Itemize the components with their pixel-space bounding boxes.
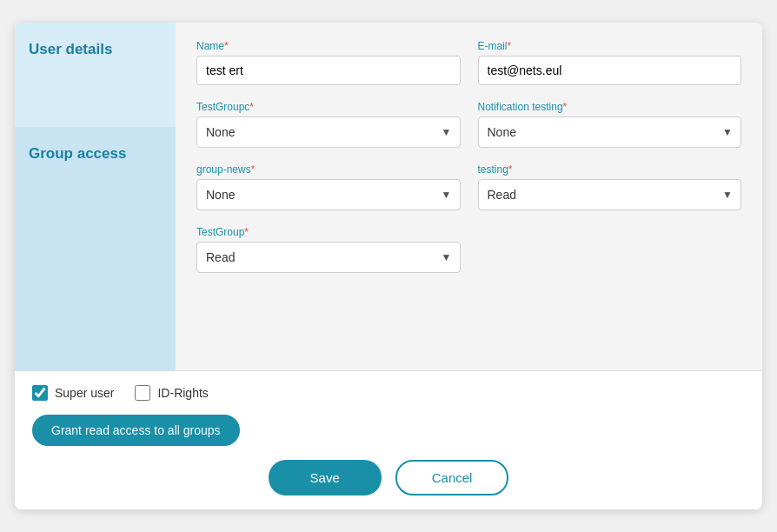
- testgroupc-group: TestGroupc* None Read Write Admin ▼: [196, 101, 461, 148]
- testgroup-group: TestGroup* None Read Write Admin ▼: [196, 226, 461, 273]
- grant-access-button[interactable]: Grant read access to all groups: [32, 415, 240, 446]
- notification-testing-select-wrapper: None Read Write Admin ▼: [478, 116, 742, 148]
- name-required: *: [224, 40, 229, 52]
- email-input[interactable]: [478, 56, 742, 85]
- testgroup-label: TestGroup*: [196, 226, 461, 238]
- sidebar-user-details: User details: [15, 23, 176, 127]
- super-user-label: Super user: [55, 386, 114, 400]
- testing-select-wrapper: None Read Write Admin ▼: [478, 179, 742, 210]
- id-rights-checkbox-item[interactable]: ID-Rights: [135, 385, 208, 401]
- testgroupc-select-wrapper: None Read Write Admin ▼: [196, 116, 461, 148]
- testing-group: testing* None Read Write Admin ▼: [478, 163, 742, 210]
- name-group: Name*: [196, 40, 461, 85]
- group-news-select[interactable]: None Read Write Admin: [196, 179, 461, 210]
- grant-btn-row: Grant read access to all groups: [32, 415, 745, 460]
- sidebar-group-access: Group access: [15, 127, 176, 370]
- sidebar: User details Group access: [15, 23, 176, 370]
- checkbox-row: Super user ID-Rights: [32, 385, 745, 401]
- email-required: *: [508, 40, 512, 52]
- user-details-label: User details: [29, 41, 112, 57]
- save-button[interactable]: Save: [269, 460, 382, 495]
- notification-testing-label: Notification testing*: [478, 101, 742, 113]
- testing-select[interactable]: None Read Write Admin: [478, 179, 742, 210]
- modal-container: User details Group access Name* E-mail*: [15, 23, 762, 509]
- notification-testing-select[interactable]: None Read Write Admin: [478, 116, 742, 148]
- id-rights-label: ID-Rights: [157, 386, 208, 400]
- name-input[interactable]: [196, 56, 461, 85]
- name-label: Name*: [196, 40, 461, 52]
- testing-label: testing*: [478, 163, 742, 176]
- testgroup-select[interactable]: None Read Write Admin: [196, 242, 461, 273]
- user-details-row: Name* E-mail*: [196, 40, 741, 85]
- form-content: Name* E-mail* TestGroupc* N: [176, 23, 762, 370]
- group-news-group: group-news* None Read Write Admin ▼: [196, 163, 461, 210]
- bottom-area: Super user ID-Rights Grant read access t…: [15, 371, 762, 509]
- action-row: Save Cancel: [32, 460, 745, 495]
- form-area: User details Group access Name* E-mail*: [15, 23, 762, 370]
- testgroupc-label: TestGroupc*: [196, 101, 461, 113]
- testgroup-select-wrapper: None Read Write Admin ▼: [196, 242, 461, 273]
- group-row-3: TestGroup* None Read Write Admin ▼: [196, 226, 741, 273]
- email-label: E-mail*: [478, 40, 742, 52]
- notification-testing-group: Notification testing* None Read Write Ad…: [478, 101, 742, 148]
- email-group: E-mail*: [478, 40, 742, 85]
- group-row-2: group-news* None Read Write Admin ▼ test…: [196, 163, 741, 210]
- super-user-checkbox[interactable]: [32, 385, 48, 401]
- testgroupc-select[interactable]: None Read Write Admin: [196, 116, 461, 148]
- cancel-button[interactable]: Cancel: [395, 460, 509, 495]
- group-access-label: Group access: [29, 145, 126, 162]
- group-news-label: group-news*: [196, 163, 461, 176]
- super-user-checkbox-item[interactable]: Super user: [32, 385, 114, 401]
- group-row-1: TestGroupc* None Read Write Admin ▼ Noti…: [196, 101, 741, 148]
- group-news-select-wrapper: None Read Write Admin ▼: [196, 179, 461, 210]
- id-rights-checkbox[interactable]: [135, 385, 150, 401]
